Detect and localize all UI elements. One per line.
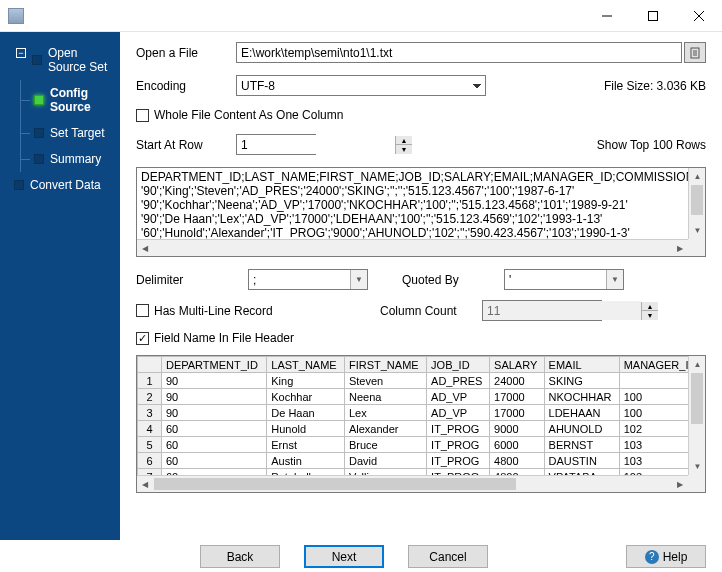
delimiter-input[interactable] [249, 270, 350, 289]
multi-line-checkbox[interactable]: Has Multi-Line Record [136, 304, 368, 318]
quoted-by-input[interactable] [505, 270, 606, 289]
sidebar-item-open-source-set[interactable]: − Open Source Set [0, 40, 120, 80]
table-row[interactable]: 560ErnstBruceIT_PROG6000BERNST103 [137, 437, 704, 453]
step-marker-icon [34, 95, 44, 105]
column-header[interactable]: FIRST_NAME [344, 357, 426, 373]
preview-text: DEPARTMENT_ID;LAST_NAME;FIRST_NAME;JOB_I… [137, 168, 705, 242]
file-path-input[interactable] [236, 42, 682, 63]
titlebar [0, 0, 722, 32]
column-header[interactable]: SALARY [490, 357, 545, 373]
wizard-sidebar: − Open Source Set Config Source Set Targ… [0, 32, 120, 540]
maximize-button[interactable] [630, 0, 676, 31]
column-count-spinner: ▲▼ [482, 300, 602, 321]
spin-up-icon[interactable]: ▲ [396, 136, 412, 145]
sidebar-item-convert-data[interactable]: Convert Data [0, 172, 120, 198]
table-row[interactable]: 660AustinDavidIT_PROG4800DAUSTIN103 [137, 453, 704, 469]
grid-vscrollbar[interactable]: ▲▼ [688, 356, 705, 475]
show-top-rows-text: Show Top 100 Rows [597, 138, 706, 152]
checkbox-label: Whole File Content As One Column [154, 108, 343, 122]
checkbox-box [136, 304, 149, 317]
step-marker-icon [32, 55, 42, 65]
file-size-text: File Size: 3.036 KB [604, 79, 706, 93]
minimize-button[interactable] [584, 0, 630, 31]
step-marker-icon [34, 154, 44, 164]
chevron-down-icon[interactable]: ▼ [606, 270, 623, 289]
next-button[interactable]: Next [304, 545, 384, 568]
browse-file-button[interactable] [684, 42, 706, 63]
content-pane: Open a File Encoding UTF-8 File Size: 3.… [120, 32, 722, 540]
step-marker-icon [34, 128, 44, 138]
sidebar-label: Summary [50, 152, 101, 166]
quoted-by-label: Quoted By [402, 273, 492, 287]
table-row[interactable]: 460HunoldAlexanderIT_PROG9000AHUNOLD102 [137, 421, 704, 437]
spin-up-icon: ▲ [642, 302, 658, 311]
help-button[interactable]: ?Help [626, 545, 706, 568]
file-preview: DEPARTMENT_ID;LAST_NAME;FIRST_NAME;JOB_I… [136, 167, 706, 257]
back-button[interactable]: Back [200, 545, 280, 568]
chevron-down-icon[interactable]: ▼ [350, 270, 367, 289]
encoding-label: Encoding [136, 79, 236, 93]
open-file-label: Open a File [136, 46, 236, 60]
grid-header-row: DEPARTMENT_ID LAST_NAME FIRST_NAME JOB_I… [137, 357, 704, 373]
svg-rect-1 [649, 11, 658, 20]
checkbox-box [136, 332, 149, 345]
close-button[interactable] [676, 0, 722, 31]
sidebar-item-summary[interactable]: Summary [0, 146, 120, 172]
checkbox-box [136, 109, 149, 122]
start-row-spinner[interactable]: ▲▼ [236, 134, 316, 155]
checkbox-label: Has Multi-Line Record [154, 304, 273, 318]
sidebar-label: Open Source Set [48, 46, 116, 74]
sidebar-item-config-source[interactable]: Config Source [0, 80, 120, 120]
table-row[interactable]: 290KochharNeenaAD_VP17000NKOCHHAR100 [137, 389, 704, 405]
collapse-icon[interactable]: − [16, 48, 26, 58]
encoding-select[interactable]: UTF-8 [236, 75, 486, 96]
app-icon [8, 8, 24, 24]
column-count-label: Column Count [380, 304, 470, 318]
cancel-button[interactable]: Cancel [408, 545, 488, 568]
start-row-input[interactable] [237, 135, 395, 154]
delimiter-label: Delimiter [136, 273, 236, 287]
document-icon [689, 47, 701, 59]
step-marker-icon [14, 180, 24, 190]
quoted-by-combo[interactable]: ▼ [504, 269, 624, 290]
column-header[interactable]: JOB_ID [427, 357, 490, 373]
whole-file-checkbox[interactable]: Whole File Content As One Column [136, 108, 343, 122]
field-header-checkbox[interactable]: Field Name In File Header [136, 331, 294, 345]
spin-down-icon: ▼ [642, 311, 658, 320]
delimiter-combo[interactable]: ▼ [248, 269, 368, 290]
column-header[interactable]: LAST_NAME [267, 357, 345, 373]
sidebar-label: Config Source [50, 86, 116, 114]
start-row-label: Start At Row [136, 138, 236, 152]
table-row[interactable]: 190KingStevenAD_PRES24000SKING [137, 373, 704, 389]
checkbox-label: Field Name In File Header [154, 331, 294, 345]
spin-down-icon[interactable]: ▼ [396, 145, 412, 154]
column-count-input [483, 301, 641, 320]
preview-hscrollbar[interactable]: ◀▶ [137, 239, 688, 256]
column-header[interactable]: DEPARTMENT_ID [161, 357, 266, 373]
sidebar-label: Convert Data [30, 178, 101, 192]
preview-vscrollbar[interactable]: ▲▼ [688, 168, 705, 239]
sidebar-item-set-target[interactable]: Set Target [0, 120, 120, 146]
wizard-footer: Back Next Cancel ?Help [0, 540, 722, 572]
column-header[interactable]: EMAIL [544, 357, 619, 373]
table-row[interactable]: 390De HaanLexAD_VP17000LDEHAAN100 [137, 405, 704, 421]
help-icon: ? [645, 550, 659, 564]
grid-hscrollbar[interactable]: ◀▶ [137, 475, 688, 492]
sidebar-label: Set Target [50, 126, 104, 140]
data-grid: DEPARTMENT_ID LAST_NAME FIRST_NAME JOB_I… [136, 355, 706, 493]
